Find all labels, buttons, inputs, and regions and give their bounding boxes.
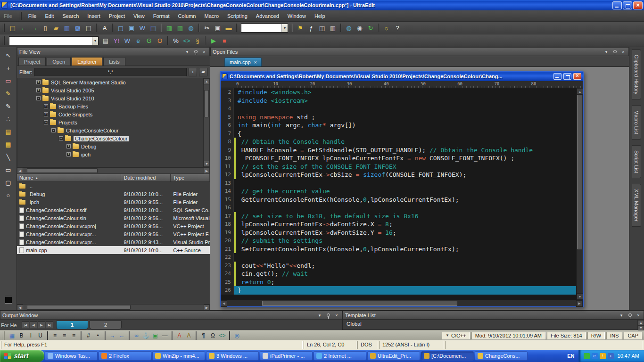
paste-icon[interactable]: ▬ (223, 23, 234, 33)
table-icon[interactable]: ▦ (175, 23, 185, 33)
start-button[interactable]: start (0, 350, 44, 362)
tree-item[interactable]: +Debug (17, 142, 209, 150)
pin-icon[interactable] (611, 49, 618, 55)
template-list-header[interactable]: Template List ▾ × (343, 311, 644, 320)
taskbar-button[interactable]: ChangeCons... (475, 351, 528, 361)
globe-icon[interactable]: ◍ (186, 23, 196, 33)
document-gold2-icon[interactable]: ▤ (3, 139, 14, 149)
code-line[interactable]: 3#include <iostream> (221, 97, 576, 105)
code-line[interactable]: 12 lpConsoleCurrentFontEx->cbSize = size… (221, 171, 576, 179)
open-files-header[interactable]: Open Files ▾ × (210, 47, 629, 56)
percent-icon[interactable]: % (171, 35, 181, 46)
taskbar-button[interactable]: 3 Windows ... (206, 351, 259, 361)
close-panel-icon[interactable]: × (201, 49, 207, 55)
title-bar[interactable]: [C:\Documents and Settings\Robert\My Doc… (0, 0, 644, 10)
shield-tray-icon[interactable]: ! (600, 353, 606, 359)
rounded-rect-tool-icon[interactable]: ▢ (3, 177, 14, 188)
align-center-icon[interactable]: ≡ (60, 331, 69, 340)
toolbar2-grip[interactable] (3, 36, 5, 45)
editor-close-button[interactable] (573, 73, 581, 80)
code-line[interactable]: 25 return 0; (221, 278, 576, 287)
web-icon[interactable]: ◍ (344, 23, 354, 33)
column-mode-icon[interactable]: ▥ (164, 23, 174, 33)
code-line[interactable]: 4 (221, 105, 576, 113)
taskbar-button[interactable]: 2 Internet ... (314, 351, 366, 361)
underline-icon[interactable]: U (36, 331, 45, 340)
file-list-row[interactable]: ChangeConsoleColour.sln9/10/2012 9:56...… (17, 214, 210, 222)
file-list-row[interactable]: ChangeConsoleColour.sdf9/10/2012 10:0...… (17, 206, 210, 214)
cut-icon[interactable]: ✂ (202, 23, 212, 33)
taskbar-button[interactable]: WinZip - mm4... (152, 351, 205, 361)
editor-vertical-scrollbar[interactable]: ▲ ▼ (576, 88, 583, 300)
close-panel-icon[interactable]: × (333, 312, 340, 319)
browser-doc-icon[interactable]: ▣ (126, 23, 137, 33)
file-list-row[interactable]: ChangeConsoleColour.vcxpr...9/10/2012 9:… (17, 238, 210, 246)
syntax-selector[interactable]: ▼C/C++ (442, 332, 470, 339)
panel-tab-script-list[interactable]: Script List (632, 145, 641, 178)
profile-icon[interactable]: ▤ (8, 23, 18, 33)
editor-horizontal-scrollbar[interactable]: ◀ ▶ (221, 300, 583, 306)
code-line[interactable]: 5using namespace std ; (221, 113, 576, 122)
tab-main-cpp[interactable]: main.cpp × (224, 58, 262, 66)
dropdown-arrow-icon[interactable]: ▾ (281, 24, 288, 32)
code-tags-icon[interactable]: <> (218, 331, 227, 340)
font-color-icon[interactable]: A (175, 331, 184, 340)
taskbar-button[interactable]: 2 Firefox (99, 351, 151, 361)
rectangle-tool-icon[interactable]: ▭ (3, 165, 14, 175)
tree-expander-icon[interactable]: - (44, 120, 48, 124)
volume-tray-icon[interactable]: ♪ (608, 353, 614, 359)
tree-item[interactable]: +ipch (17, 150, 209, 158)
tree-item[interactable]: -ChangeConsoleColour (17, 134, 209, 142)
editor-vscroll-track[interactable] (577, 95, 583, 293)
tree-hscroll-track[interactable] (23, 168, 204, 173)
menu-item-file[interactable]: File (24, 12, 41, 20)
panel-tab-xml-manager[interactable]: XML Manager (632, 184, 641, 227)
apply-filter-button[interactable]: › (189, 68, 197, 76)
link-icon[interactable]: ∞ (132, 331, 141, 340)
select-tool-icon[interactable]: ↖ (3, 50, 14, 60)
pin-icon[interactable] (627, 312, 633, 319)
play-macro-icon[interactable]: ▶ (208, 35, 219, 46)
tree-horizontal-scrollbar[interactable]: ◀ ▶ (17, 167, 210, 173)
align-left-icon[interactable]: ≡ (50, 331, 59, 340)
word-icon[interactable]: W (122, 35, 132, 46)
code-line[interactable]: 17 // set size to be 8x18, the default s… (221, 212, 576, 221)
taskbar-button[interactable]: UltraEdit_Pri... (367, 351, 420, 361)
tree-expander-icon[interactable]: - (51, 128, 56, 132)
tree-expander-icon[interactable]: + (66, 144, 71, 148)
preview-icon[interactable]: ◎ (232, 331, 241, 340)
find-combo[interactable]: ▾ (241, 24, 288, 33)
code-line[interactable]: 22 (221, 253, 576, 262)
anchor-icon[interactable]: ⚓ (141, 331, 150, 340)
panel-tab-clipboard-history[interactable]: Clipboard History (632, 49, 641, 99)
help-icon[interactable]: ? (392, 23, 403, 33)
menu-item-window[interactable]: Window (283, 12, 310, 20)
dropdown-arrow-icon[interactable]: ▾ (92, 37, 98, 45)
scroll-right-icon[interactable]: ▶ (576, 300, 583, 307)
template-vertical-scrollbar[interactable]: ▲ ▼ (637, 320, 644, 329)
command-combo[interactable]: ▾ (9, 36, 99, 45)
code-line[interactable]: 18 lpConsoleCurrentFontEx->dwFontSize.X … (221, 220, 576, 229)
output-tab-1[interactable]: 1 (56, 321, 88, 329)
code-line[interactable]: 15 GetCurrentConsoleFontEx(hConsole,0,lp… (221, 196, 576, 204)
bullet-list-icon[interactable]: • (93, 331, 102, 340)
taskbar-button[interactable]: Windows Tas... (45, 351, 98, 361)
tab-project[interactable]: Project (18, 57, 46, 66)
code-line[interactable]: 19 lpConsoleCurrentFontEx->dwFontSize.Y … (221, 229, 576, 237)
office-icon[interactable]: O (155, 35, 165, 46)
airbrush-tool-icon[interactable]: ∴ (3, 114, 14, 124)
menu-item-search[interactable]: Search (58, 12, 83, 20)
file-list-row[interactable]: ChangeConsoleColour.vcxproj9/10/2012 9:5… (17, 222, 210, 230)
google-icon[interactable]: G (144, 35, 154, 46)
tile-windows-icon[interactable]: ◫ (317, 23, 327, 33)
html-doc-icon[interactable]: ▢ (116, 23, 126, 33)
scroll-down-icon[interactable]: ▼ (638, 325, 644, 330)
code-line[interactable]: 11 // set the size of the CONSOLE_FONT_I… (221, 163, 576, 171)
snapshot-icon[interactable]: ◉ (355, 23, 365, 33)
tab-explorer[interactable]: Explorer (72, 57, 102, 66)
function-list-icon[interactable]: ƒ (306, 23, 316, 33)
code-line[interactable]: 10 PCONSOLE_FONT_INFOEX lpConsoleCurrent… (221, 154, 576, 163)
menu-item-format[interactable]: Format (149, 12, 174, 20)
document-gold-icon[interactable]: ▤ (3, 126, 14, 137)
menu-item-help[interactable]: Help (310, 12, 330, 20)
